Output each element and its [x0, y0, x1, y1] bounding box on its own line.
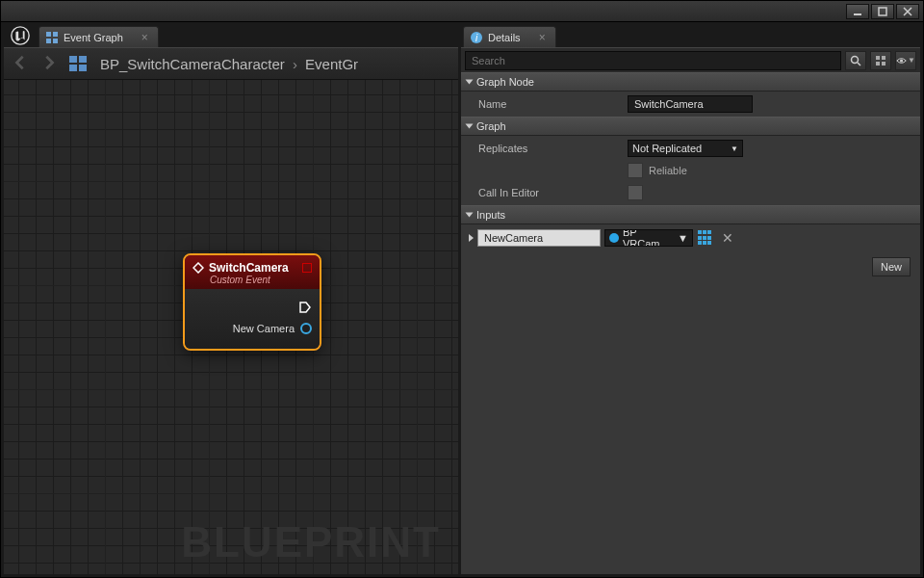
- tab-label: Details: [488, 32, 521, 43]
- svg-rect-13: [882, 62, 886, 66]
- input-param-row: NewCamera BP VRCam▼ ✕: [461, 224, 920, 251]
- window-close-button[interactable]: [896, 4, 919, 19]
- replicates-select[interactable]: Not Replicated▼: [628, 140, 743, 157]
- breadcrumb[interactable]: BP_SwitchCameraCharacter › EventGr: [100, 56, 358, 72]
- param-expand-icon[interactable]: [469, 234, 474, 242]
- name-input[interactable]: [628, 95, 753, 113]
- node-subtitle: Custom Event: [192, 275, 312, 285]
- reliable-checkbox[interactable]: [628, 163, 643, 178]
- nav-back-button[interactable]: [12, 54, 31, 73]
- category-graph[interactable]: Graph: [461, 117, 920, 136]
- graph-watermark: BLUEPRINT: [181, 518, 441, 566]
- property-row-replicates: Replicates Not Replicated▼: [461, 136, 920, 161]
- graph-tab-icon: [45, 31, 59, 44]
- details-panel: i Details × ▼ Graph Node Name Graph: [461, 24, 920, 574]
- category-graph-node[interactable]: Graph Node: [461, 72, 920, 92]
- details-body: Graph Node Name Graph Replicates Not Rep…: [461, 72, 920, 574]
- breadcrumb-parent: BP_SwitchCameraCharacter: [100, 56, 285, 72]
- data-output-pin[interactable]: [300, 323, 312, 334]
- custom-event-icon: [192, 262, 204, 274]
- property-row-callineditor: Call In Editor: [461, 180, 920, 205]
- name-label: Name: [478, 98, 628, 110]
- window-minimize-button[interactable]: [846, 4, 869, 19]
- inputs-footer: New: [461, 251, 920, 282]
- replicates-label: Replicates: [478, 143, 628, 154]
- category-inputs[interactable]: Inputs: [461, 205, 920, 224]
- node-body: New Camera: [185, 289, 320, 349]
- param-array-button[interactable]: [697, 229, 714, 247]
- breadcrumb-separator: ›: [293, 56, 297, 72]
- svg-rect-4: [53, 32, 58, 37]
- svg-point-14: [900, 59, 903, 62]
- new-input-button[interactable]: New: [872, 257, 911, 276]
- property-row-reliable: Reliable: [461, 161, 920, 180]
- reliable-label: Reliable: [649, 165, 687, 176]
- ue-logo-icon: [6, 24, 35, 47]
- node-header: SwitchCamera Custom Event: [185, 255, 320, 289]
- property-matrix-button[interactable]: [870, 51, 891, 70]
- graph-toolbar: BP_SwitchCameraCharacter › EventGr: [4, 47, 458, 80]
- svg-rect-12: [876, 62, 880, 66]
- search-input[interactable]: [465, 51, 841, 70]
- nav-forward-button[interactable]: [40, 54, 60, 73]
- tab-event-graph[interactable]: Event Graph ×: [38, 26, 159, 47]
- tab-close-icon[interactable]: ×: [539, 31, 546, 44]
- exec-output-pin[interactable]: [298, 301, 312, 314]
- node-delegate-pin[interactable]: [302, 263, 312, 273]
- param-type-select[interactable]: BP VRCam▼: [604, 229, 693, 247]
- property-row-name: Name: [461, 92, 920, 117]
- node-title: SwitchCamera: [209, 261, 289, 275]
- titlebar: [1, 1, 923, 22]
- svg-rect-10: [876, 56, 880, 60]
- callineditor-checkbox[interactable]: [628, 185, 643, 200]
- svg-point-2: [12, 27, 29, 44]
- event-node-switchcamera[interactable]: SwitchCamera Custom Event New Camera: [183, 253, 321, 351]
- svg-rect-11: [882, 56, 886, 60]
- tab-close-icon[interactable]: ×: [141, 31, 148, 44]
- details-tab-icon: i: [470, 31, 483, 44]
- blueprint-icon: [69, 56, 90, 71]
- search-button[interactable]: [845, 51, 866, 70]
- svg-point-9: [852, 56, 859, 63]
- window-maximize-button[interactable]: [871, 4, 894, 19]
- output-pin-label: New Camera: [233, 323, 295, 334]
- type-color-icon: [609, 233, 619, 243]
- svg-rect-1: [879, 8, 886, 15]
- svg-rect-5: [46, 39, 51, 43]
- details-searchbar: ▼: [461, 47, 920, 72]
- param-remove-button[interactable]: ✕: [718, 230, 737, 246]
- breadcrumb-current: EventGr: [305, 56, 358, 72]
- param-name-input[interactable]: NewCamera: [477, 229, 601, 247]
- tab-label: Event Graph: [64, 32, 123, 43]
- app-window: Event Graph × BP_SwitchCameraCharacter ›…: [0, 0, 924, 578]
- svg-rect-6: [53, 39, 58, 43]
- graph-canvas[interactable]: SwitchCamera Custom Event New Camera: [4, 80, 458, 574]
- tab-details[interactable]: i Details ×: [463, 26, 556, 47]
- callineditor-label: Call In Editor: [478, 187, 628, 198]
- visibility-filter-button[interactable]: ▼: [895, 51, 916, 70]
- svg-rect-3: [46, 32, 51, 37]
- svg-rect-0: [854, 13, 861, 15]
- graph-panel: Event Graph × BP_SwitchCameraCharacter ›…: [4, 24, 458, 574]
